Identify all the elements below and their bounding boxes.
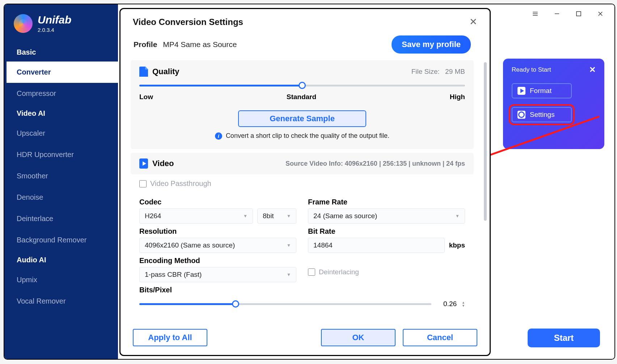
filesize-label: File Size: <box>411 68 440 75</box>
resolution-select[interactable]: 4096x2160 (Same as source) ▼ <box>139 238 296 253</box>
quality-high-label: High <box>450 93 465 101</box>
checkbox-icon[interactable] <box>308 268 315 276</box>
sidebar-item-deinterlace[interactable]: Deinterlace <box>4 208 118 229</box>
start-button[interactable]: Start <box>528 329 600 347</box>
settings-modal: Video Conversion Settings ✕ Profile MP4 … <box>119 8 491 356</box>
sidebar-item-denoise[interactable]: Denoise <box>4 187 118 208</box>
sidebar-item-converter[interactable]: Converter <box>4 62 118 83</box>
gear-icon <box>517 111 525 119</box>
maximize-icon[interactable] <box>573 8 584 19</box>
deinterlacing-checkbox[interactable]: Deinterlacing <box>308 268 465 276</box>
play-icon <box>517 87 525 95</box>
stepper-down-icon[interactable]: ▼ <box>462 304 465 307</box>
modal-footer: Apply to All OK Cancel <box>121 325 490 355</box>
sidebar-header-video-ai: Video AI <box>4 104 118 123</box>
codec-value: H264 <box>145 212 161 220</box>
scrollbar-thumb[interactable] <box>484 62 487 221</box>
sidebar-item-upmix[interactable]: Upmix <box>4 269 118 291</box>
brand: Unifab 2.0.3.4 <box>4 12 118 43</box>
bitrate-value: 14864 <box>313 241 333 249</box>
video-passthrough-label: Video Passthrough <box>150 179 211 188</box>
hint-text: Convert a short clip to check the qualit… <box>226 132 389 140</box>
bitrate-label: Bit Rate <box>308 227 465 236</box>
ok-button[interactable]: OK <box>321 329 396 346</box>
sidebar-header-audio-ai: Audio AI <box>4 251 118 269</box>
settings-button[interactable]: Settings <box>512 107 572 122</box>
video-section-header: Video Source Video Info: 4096x2160 | 256… <box>131 153 474 174</box>
minimize-icon[interactable] <box>552 8 562 19</box>
sidebar-item-vocal-remover[interactable]: Vocal Remover <box>4 291 118 312</box>
save-profile-button[interactable]: Save my profile <box>392 35 471 54</box>
slider-thumb-icon[interactable] <box>299 82 306 89</box>
encoding-value: 1-pass CBR (Fast) <box>145 271 202 279</box>
profile-label: Profile <box>134 40 157 48</box>
chevron-down-icon: ▼ <box>287 213 291 219</box>
bitspixel-stepper[interactable]: ▲ ▼ <box>462 301 465 307</box>
bitspixel-slider[interactable] <box>139 300 431 308</box>
document-icon <box>139 67 148 77</box>
modal-title: Video Conversion Settings <box>133 17 243 27</box>
format-button[interactable]: Format <box>512 83 572 98</box>
deinterlacing-label: Deinterlacing <box>319 268 359 276</box>
sidebar-item-smoother[interactable]: Smoother <box>4 165 118 187</box>
checkbox-icon[interactable] <box>139 180 147 187</box>
bitrate-input[interactable]: 14864 <box>308 238 445 253</box>
format-button-label: Format <box>530 87 552 95</box>
framerate-label: Frame Rate <box>308 198 465 206</box>
chevron-down-icon: ▼ <box>243 213 248 219</box>
quality-section: Quality File Size: 29 MB Low <box>131 60 474 149</box>
sidebar-item-upscaler[interactable]: Upscaler <box>4 123 118 144</box>
close-window-icon[interactable] <box>595 8 606 19</box>
quality-standard-label: Standard <box>287 93 316 101</box>
framerate-value: 24 (Same as source) <box>313 212 377 220</box>
sidebar-item-compressor[interactable]: Compressor <box>4 83 118 104</box>
video-passthrough-checkbox[interactable]: Video Passthrough <box>139 179 465 188</box>
task-close-icon[interactable]: ✕ <box>589 65 596 75</box>
bitdepth-select[interactable]: 8bit ▼ <box>257 208 296 224</box>
cancel-button[interactable]: Cancel <box>403 329 477 346</box>
source-video-info: Source Video Info: 4096x2160 | 256:135 |… <box>286 160 465 168</box>
framerate-select[interactable]: 24 (Same as source) ▼ <box>308 208 465 224</box>
codec-select[interactable]: H264 ▼ <box>139 208 253 224</box>
brand-version: 2.0.3.4 <box>38 27 71 33</box>
app-logo-icon <box>14 14 33 33</box>
modal-scrollbar[interactable] <box>484 62 487 325</box>
sidebar-item-hdr-upconverter[interactable]: HDR Upconverter <box>4 144 118 165</box>
task-status: Ready to Start <box>512 66 551 73</box>
chevron-down-icon: ▼ <box>287 243 291 248</box>
bitrate-unit: kbps <box>449 241 465 249</box>
profile-value: MP4 Same as Source <box>163 40 237 48</box>
bitspixel-value: 0.26 <box>436 300 457 308</box>
bitspixel-label: Bits/Pixel <box>139 286 296 294</box>
quality-slider[interactable]: Low Standard High <box>139 85 465 101</box>
chevron-down-icon: ▼ <box>287 272 291 277</box>
video-play-icon <box>139 158 148 169</box>
encoding-select[interactable]: 1-pass CBR (Fast) ▼ <box>139 267 296 282</box>
modal-close-icon[interactable]: ✕ <box>469 16 477 27</box>
apply-to-all-button[interactable]: Apply to All <box>133 329 207 346</box>
quality-low-label: Low <box>139 93 153 101</box>
generate-sample-button[interactable]: Generate Sample <box>238 110 366 127</box>
stepper-up-icon[interactable]: ▲ <box>462 301 465 304</box>
bitdepth-value: 8bit <box>263 212 274 220</box>
menu-icon[interactable] <box>530 8 541 19</box>
video-title: Video <box>152 159 174 168</box>
sidebar: Unifab 2.0.3.4 Basic Converter Compresso… <box>4 4 118 359</box>
titlebar <box>530 4 614 23</box>
sidebar-header-basic: Basic <box>4 43 118 62</box>
brand-name: Unifab <box>38 14 71 26</box>
info-icon: i <box>215 132 222 140</box>
task-card: Ready to Start ✕ Format Settings <box>503 59 604 149</box>
sidebar-item-background-remover[interactable]: Background Remover <box>4 229 118 251</box>
profile-display: Profile MP4 Same as Source <box>134 40 237 49</box>
slider-thumb-icon[interactable] <box>232 300 239 308</box>
filesize-value: 29 MB <box>445 68 465 75</box>
codec-label: Codec <box>139 198 296 206</box>
encoding-label: Encoding Method <box>139 257 296 265</box>
video-form: Video Passthrough Codec H264 ▼ <box>131 174 474 313</box>
resolution-value: 4096x2160 (Same as source) <box>145 241 235 249</box>
svg-rect-0 <box>576 12 581 16</box>
quality-title: Quality <box>152 67 179 76</box>
chevron-down-icon: ▼ <box>455 213 460 219</box>
resolution-label: Resolution <box>139 227 296 236</box>
